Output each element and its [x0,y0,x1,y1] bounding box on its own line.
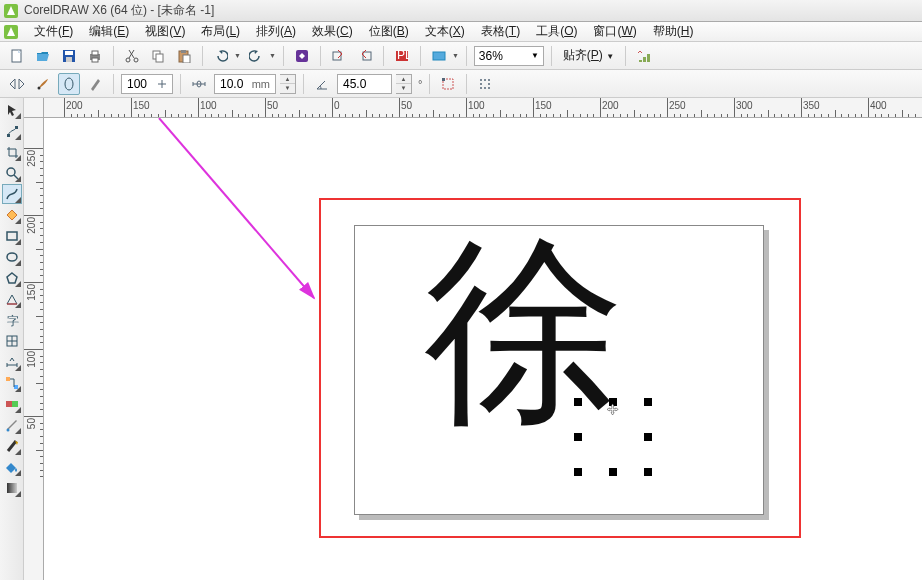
svg-point-44 [6,429,9,432]
ruler-label: 50 [26,418,37,429]
menu-bitmaps[interactable]: 位图(B) [361,21,417,42]
menu-table[interactable]: 表格(T) [473,21,528,42]
paste-button[interactable] [173,45,195,67]
undo-dropdown-icon[interactable]: ▼ [234,52,241,59]
zoom-combo[interactable]: 36% ▼ [474,46,544,66]
eyedropper-tool[interactable] [2,415,22,435]
nib-width-spinner[interactable]: ▲▼ [280,74,296,94]
menu-arrange[interactable]: 排列(A) [248,21,304,42]
table-tool[interactable] [2,331,22,351]
app-launcher-dropdown-icon[interactable]: ▼ [452,52,459,59]
basic-shapes-tool[interactable] [2,289,22,309]
title-bar: CorelDRAW X6 (64 位) - [未命名 -1] [0,0,922,22]
options-button[interactable] [633,45,655,67]
ruler-label: 150 [26,284,37,301]
svg-point-27 [488,79,490,81]
freehand-tool[interactable] [2,184,22,204]
svg-point-8 [134,58,138,62]
search-button[interactable] [291,45,313,67]
angle-input[interactable]: 45.0 [337,74,392,94]
svg-rect-24 [442,78,445,81]
smooth-button[interactable] [474,73,496,95]
menu-effects[interactable]: 效果(C) [304,21,361,42]
calligraphic-nib-button[interactable] [84,73,106,95]
annotation-arrow [44,118,344,338]
crop-tool[interactable] [2,142,22,162]
nib-width-input[interactable]: 10.0 mm [214,74,276,94]
open-button[interactable] [32,45,54,67]
outline-tool[interactable] [2,436,22,456]
menu-tools[interactable]: 工具(O) [528,21,585,42]
menu-layout[interactable]: 布局(L) [193,21,248,42]
print-button[interactable] [84,45,106,67]
menu-file[interactable]: 文件(F) [26,21,81,42]
ruler-label: 200 [602,100,619,111]
bounding-box-button[interactable] [437,73,459,95]
svg-point-31 [484,87,486,89]
artwork-glyph[interactable]: 徐 [424,233,624,433]
property-bar: 100 10.0 mm ▲▼ 45.0 ▲▼ ° [0,70,922,98]
horizontal-ruler[interactable]: 20015010050050100150200250300350400 [44,98,922,118]
preset-stroke-input[interactable]: 100 [121,74,173,94]
ellipse-tool[interactable] [2,247,22,267]
fill-tool[interactable] [2,457,22,477]
menu-help[interactable]: 帮助(H) [645,21,702,42]
ruler-label: 0 [334,100,340,111]
ruler-origin[interactable] [24,98,44,118]
selection-handle[interactable] [644,398,652,406]
canvas[interactable]: 徐 × [44,118,922,580]
pick-tool[interactable] [2,100,22,120]
selection-handle[interactable] [574,433,582,441]
connector-tool[interactable] [2,373,22,393]
menu-text[interactable]: 文本(X) [417,21,473,42]
svg-rect-40 [6,377,10,381]
ruler-label: 300 [736,100,753,111]
snap-to-button[interactable]: 贴齐(P) ▼ [559,45,618,66]
doc-icon [4,25,18,39]
angle-spinner[interactable]: ▲▼ [396,74,412,94]
new-button[interactable] [6,45,28,67]
menu-window[interactable]: 窗口(W) [585,21,644,42]
ruler-label: 100 [200,100,217,111]
interactive-fill-tool[interactable] [2,478,22,498]
redo-dropdown-icon[interactable]: ▼ [269,52,276,59]
standard-toolbar: ▼ ▼ PDF ▼ 36% ▼ 贴齐(P) ▼ [0,42,922,70]
mirror-h-button[interactable] [6,73,28,95]
menu-edit[interactable]: 编辑(E) [81,21,137,42]
selection-handle[interactable] [644,433,652,441]
nib-shape-button[interactable] [58,73,80,95]
redo-button[interactable] [245,45,267,67]
smart-fill-tool[interactable] [2,205,22,225]
cut-button[interactable] [121,45,143,67]
publish-pdf-button[interactable]: PDF [391,45,413,67]
copy-button[interactable] [147,45,169,67]
polygon-tool[interactable] [2,268,22,288]
import-button[interactable] [328,45,350,67]
app-launcher-button[interactable] [428,45,450,67]
nib-width-icon [188,73,210,95]
zoom-tool[interactable] [2,163,22,183]
ruler-label: 250 [26,150,37,167]
svg-rect-13 [183,55,190,63]
selection-handle[interactable] [574,468,582,476]
ruler-label: 400 [870,100,887,111]
selection-handle[interactable] [644,468,652,476]
save-button[interactable] [58,45,80,67]
text-tool[interactable]: 字 [2,310,22,330]
selection-handle[interactable] [574,398,582,406]
svg-text:字: 字 [7,314,19,327]
menu-view[interactable]: 视图(V) [137,21,193,42]
svg-rect-33 [7,134,10,137]
interactive-blend-tool[interactable] [2,394,22,414]
selection-handle[interactable] [609,468,617,476]
ruler-label: 200 [66,100,83,111]
svg-text:PDF: PDF [397,49,409,62]
export-button[interactable] [354,45,376,67]
svg-point-25 [480,79,482,81]
shape-tool[interactable] [2,121,22,141]
undo-button[interactable] [210,45,232,67]
vertical-ruler[interactable]: 25020015010050 [24,118,44,580]
dimension-tool[interactable] [2,352,22,372]
rectangle-tool[interactable] [2,226,22,246]
brush-select-button[interactable] [32,73,54,95]
